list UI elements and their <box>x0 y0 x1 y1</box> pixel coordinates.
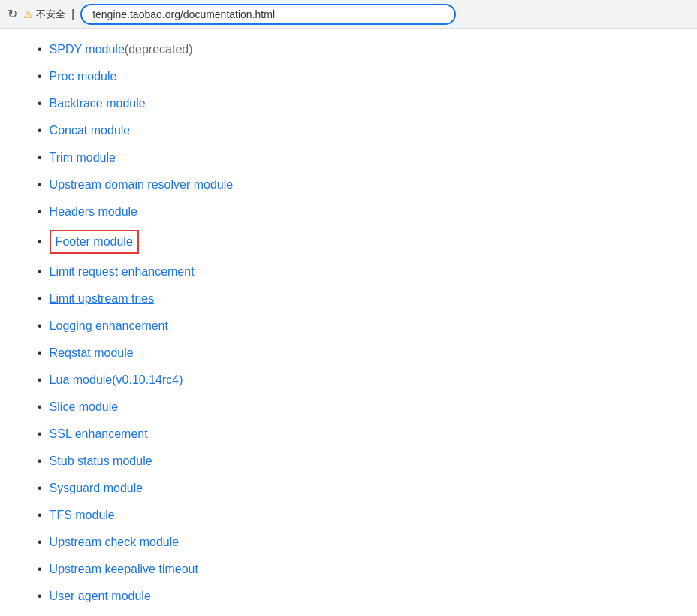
list-item: •Variables <box>38 610 674 616</box>
module-link-stub[interactable]: Stub status module <box>50 452 152 470</box>
module-link-reqstat[interactable]: Reqstat module <box>50 344 134 362</box>
bullet-icon: • <box>38 68 42 86</box>
bullet-icon: • <box>38 344 42 362</box>
bullet-icon: • <box>38 95 42 113</box>
module-link-headers[interactable]: Headers module <box>50 203 137 221</box>
module-link-user-agent[interactable]: User agent module <box>50 587 151 605</box>
module-link-concat[interactable]: Concat module <box>50 122 131 140</box>
list-item: •Trim module <box>38 144 674 171</box>
list-item: •Footer module <box>38 225 674 258</box>
module-link-backtrace[interactable]: Backtrace module <box>50 95 146 113</box>
module-link-lua[interactable]: Lua module(v0.10.14rc4) <box>50 371 183 389</box>
list-item: •Stub status module <box>38 448 674 475</box>
list-item: •Headers module <box>38 198 674 225</box>
list-item: •Backtrace module <box>38 90 674 117</box>
bullet-icon: • <box>38 122 42 140</box>
bullet-icon: • <box>38 506 42 524</box>
security-warning: ⚠ 不安全 <box>23 8 65 21</box>
bullet-icon: • <box>38 371 42 389</box>
reload-button[interactable]: ↻ <box>8 7 17 21</box>
module-link-tfs[interactable]: TFS module <box>50 506 115 524</box>
list-item: •Upstream domain resolver module <box>38 171 674 198</box>
bullet-icon: • <box>38 176 42 194</box>
list-item: •Limit request enhancement <box>38 258 674 285</box>
bullet-icon: • <box>38 263 42 281</box>
module-link-upstream-domain[interactable]: Upstream domain resolver module <box>50 176 234 194</box>
list-item: •Upstream keepalive timeout <box>38 556 674 583</box>
list-item: •TFS module <box>38 502 674 529</box>
module-link-upstream-check[interactable]: Upstream check module <box>50 533 180 551</box>
bullet-icon: • <box>38 290 42 308</box>
module-link-logging[interactable]: Logging enhancement <box>50 317 168 335</box>
module-link-ssl[interactable]: SSL enhancement <box>50 425 148 443</box>
list-item: •Sysguard module <box>38 475 674 502</box>
list-item: •SPDY module(deprecated) <box>38 36 674 63</box>
module-link-spdy[interactable]: SPDY module(deprecated) <box>50 41 193 59</box>
url-bar[interactable] <box>80 4 456 25</box>
bullet-icon: • <box>38 398 42 416</box>
bullet-icon: • <box>38 425 42 443</box>
bullet-icon: • <box>38 41 42 59</box>
list-item: •Reqstat module <box>38 340 674 367</box>
list-item: •Proc module <box>38 63 674 90</box>
module-link-proc[interactable]: Proc module <box>50 68 117 86</box>
list-item: •Slice module <box>38 394 674 421</box>
module-link-limit-request[interactable]: Limit request enhancement <box>50 263 195 281</box>
list-item: •Logging enhancement <box>38 313 674 340</box>
bullet-icon: • <box>38 479 42 497</box>
bullet-icon: • <box>38 233 42 251</box>
warning-icon: ⚠ <box>23 8 33 20</box>
bullet-icon: • <box>38 560 42 578</box>
list-item: •Upstream check module <box>38 529 674 556</box>
list-item: •Lua module(v0.10.14rc4) <box>38 367 674 394</box>
module-list: •SPDY module(deprecated)•Proc module•Bac… <box>38 36 674 616</box>
module-link-trim[interactable]: Trim module <box>50 149 116 167</box>
module-link-upstream-keepalive[interactable]: Upstream keepalive timeout <box>50 560 198 578</box>
list-item: •User agent module <box>38 583 674 610</box>
bullet-icon: • <box>38 317 42 335</box>
bullet-icon: • <box>38 452 42 470</box>
module-link-sysguard[interactable]: Sysguard module <box>50 479 143 497</box>
module-link-limit-upstream[interactable]: Limit upstream tries <box>50 290 155 308</box>
list-item: •Limit upstream tries <box>38 285 674 313</box>
page-content: •SPDY module(deprecated)•Proc module•Bac… <box>0 29 697 616</box>
bullet-icon: • <box>38 587 42 605</box>
footer-module-box: Footer module <box>50 230 139 254</box>
list-item: •SSL enhancement <box>38 421 674 448</box>
bullet-icon: • <box>38 203 42 221</box>
list-item: •Concat module <box>38 117 674 144</box>
module-link-footer[interactable]: Footer module <box>56 235 133 248</box>
bullet-icon: • <box>38 533 42 551</box>
separator: | <box>71 8 74 21</box>
bullet-icon: • <box>38 149 42 167</box>
security-text: 不安全 <box>36 8 65 21</box>
browser-bar: ↻ ⚠ 不安全 | <box>0 0 697 29</box>
module-link-slice[interactable]: Slice module <box>50 398 119 416</box>
